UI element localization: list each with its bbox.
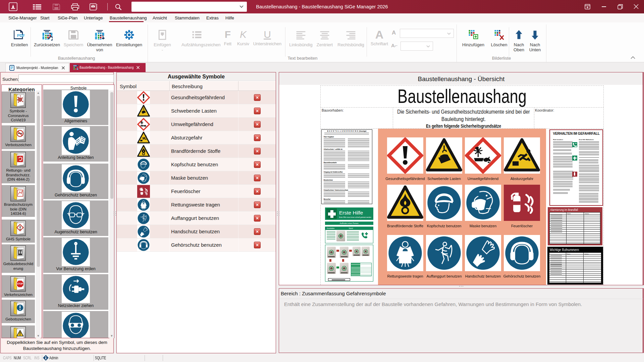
svg-text:PDF: PDF	[17, 33, 25, 38]
svg-text:STOP: STOP	[17, 283, 23, 285]
